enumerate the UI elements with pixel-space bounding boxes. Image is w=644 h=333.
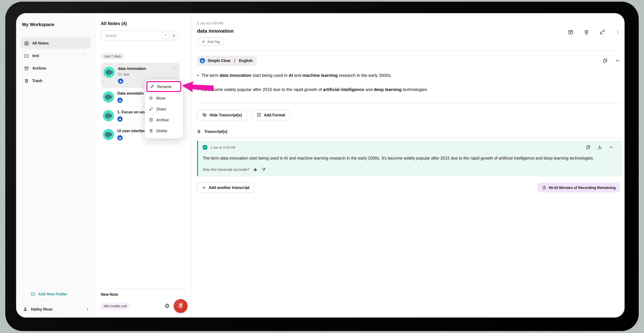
note-timestamp: 2 Jan at 3:45 PM bbox=[197, 21, 622, 25]
record-button[interactable] bbox=[174, 299, 188, 313]
liked-badge-icon bbox=[117, 98, 122, 103]
note-detail-panel: 2 Jan at 3:45 PM data innovation bbox=[191, 13, 624, 318]
thumbs-up-icon[interactable] bbox=[253, 167, 258, 172]
share-note-icon[interactable] bbox=[600, 29, 606, 35]
summary-bullet: • It's become widely popular after 2015 … bbox=[197, 86, 622, 92]
archive-icon bbox=[24, 66, 29, 71]
hide-transcripts-button[interactable]: Hide Transcript(s) bbox=[197, 110, 247, 120]
transcript-checkbox[interactable]: ✓ bbox=[203, 145, 207, 150]
trash-icon bbox=[149, 128, 153, 133]
recording-remaining-label: 59:42 Minutes of Recording Remaining bbox=[549, 186, 616, 190]
archive-down-icon bbox=[149, 118, 153, 122]
workspace-title: My Workspace bbox=[21, 22, 90, 27]
more-options-icon[interactable] bbox=[616, 30, 620, 34]
notes-panel: All Notes (4) ^ K Last 7 days data innov… bbox=[95, 13, 191, 318]
note-avatar bbox=[104, 66, 115, 78]
folder-icon bbox=[118, 72, 122, 76]
context-menu-move[interactable]: Move bbox=[146, 93, 181, 104]
copy-summary-icon[interactable] bbox=[602, 58, 608, 63]
note-context-menu: Rename Move Share Archive bbox=[145, 80, 183, 138]
notes-panel-title: All Notes (4) bbox=[101, 21, 180, 26]
feedback-question: Was this transcript accurate? bbox=[203, 168, 249, 172]
user-account-row[interactable]: Hailey Rose › bbox=[21, 305, 90, 312]
plus-icon bbox=[202, 186, 206, 190]
liked-badge-icon bbox=[117, 116, 122, 122]
sidebar-item-label: test bbox=[32, 54, 39, 58]
chevron-right-icon: › bbox=[87, 306, 88, 312]
liked-badge-icon bbox=[117, 135, 122, 140]
delete-note-icon[interactable] bbox=[584, 29, 589, 35]
summary-actions bbox=[602, 58, 620, 63]
context-menu-rename[interactable]: Rename bbox=[146, 81, 181, 92]
context-menu-archive[interactable]: Archive bbox=[146, 114, 181, 125]
folder-menu-icon[interactable] bbox=[83, 54, 87, 58]
sidebar-item-all-notes[interactable]: All Notes bbox=[21, 38, 90, 49]
add-another-transcript-button[interactable]: Add another transcript bbox=[197, 182, 254, 193]
download-transcript-icon[interactable] bbox=[597, 145, 602, 150]
context-menu-delete-label: Delete bbox=[156, 129, 167, 133]
folder-plus-icon bbox=[31, 292, 36, 296]
summary-style-chip[interactable]: Simple Clear | English bbox=[197, 56, 257, 66]
bullet-text: The term data innovation start being use… bbox=[201, 72, 392, 78]
notes-icon bbox=[24, 41, 29, 46]
transcript-actions-row: Hide Transcript(s) Add Format bbox=[197, 110, 622, 120]
summary-header-row: Simple Clear | English bbox=[197, 56, 622, 66]
chip-separator: | bbox=[234, 59, 235, 63]
settings-gear-icon[interactable]: ⚙ bbox=[164, 303, 170, 309]
add-new-folder-label: Add New Folder bbox=[38, 292, 67, 296]
transcript-timestamp: 2 Jan at 3:45 PM bbox=[210, 146, 235, 149]
note-avatar bbox=[103, 110, 114, 121]
date-section-label: Last 7 days bbox=[101, 53, 124, 59]
user-icon bbox=[23, 306, 28, 312]
context-menu-share[interactable]: Share bbox=[146, 104, 181, 114]
microphone-icon bbox=[177, 302, 184, 310]
waveform-icon bbox=[105, 112, 112, 119]
sidebar-item-test[interactable]: test bbox=[21, 50, 90, 61]
stopwatch-icon bbox=[542, 185, 546, 190]
note-avatar bbox=[103, 91, 114, 102]
bullet-text: It's become widely popular after 2015 du… bbox=[201, 86, 428, 92]
copy-transcript-icon[interactable] bbox=[586, 145, 590, 150]
add-format-button[interactable]: Add Format bbox=[252, 110, 290, 120]
sidebar-item-trash[interactable]: Trash bbox=[21, 75, 90, 86]
divider bbox=[197, 103, 622, 104]
bullet-dot: • bbox=[197, 72, 198, 78]
summary-bullet: • The term data innovation start being u… bbox=[197, 72, 622, 78]
share-icon bbox=[149, 107, 153, 111]
add-another-transcript-label: Add another transcript bbox=[208, 186, 250, 190]
note-actions bbox=[568, 29, 620, 35]
note-folder-tag: test bbox=[118, 72, 177, 76]
new-note-label: New Note bbox=[101, 292, 188, 296]
sidebar-item-archive[interactable]: Archive bbox=[21, 63, 90, 74]
note-folder-name: test bbox=[124, 72, 129, 76]
app-window: My Workspace All Notes test bbox=[16, 13, 624, 318]
summary-bullets: • The term data innovation start being u… bbox=[197, 72, 622, 100]
recording-remaining-badge: 59:42 Minutes of Recording Remaining bbox=[538, 183, 620, 192]
transcript-card: ✓ 2 Jan at 3:45 PM The term data innovat… bbox=[197, 141, 622, 176]
save-download-icon[interactable] bbox=[568, 29, 574, 35]
divider bbox=[22, 301, 90, 301]
note-menu-button[interactable] bbox=[172, 65, 178, 72]
folder-icon bbox=[24, 53, 29, 58]
transcript-feedback-row: Was this transcript accurate? bbox=[203, 167, 617, 172]
thumbs-up-badge-icon bbox=[200, 58, 205, 63]
add-tag-label: Add Tag bbox=[207, 40, 220, 44]
search-input[interactable] bbox=[104, 33, 160, 38]
summary-style-label: Simple Clear bbox=[208, 59, 230, 63]
context-menu-archive-label: Archive bbox=[156, 118, 169, 122]
collapse-transcript-icon[interactable] bbox=[609, 145, 613, 150]
add-format-label: Add Format bbox=[264, 113, 285, 117]
note-detail-title: data innovation bbox=[197, 28, 622, 34]
add-tag-button[interactable]: Add Tag bbox=[197, 38, 224, 46]
collapse-summary-icon[interactable] bbox=[615, 58, 620, 63]
transcript-footer-row: Add another transcript 59:42 Minutes of … bbox=[197, 182, 622, 193]
thumbs-down-icon[interactable] bbox=[261, 167, 266, 172]
context-menu-rename-label: Rename bbox=[157, 84, 172, 88]
plus-icon bbox=[202, 40, 205, 43]
note-title: data innovation bbox=[118, 66, 177, 70]
waveform-icon bbox=[105, 94, 112, 100]
add-new-folder-button[interactable]: Add New Folder bbox=[31, 292, 90, 296]
context-menu-delete[interactable]: Delete bbox=[146, 125, 181, 136]
divider bbox=[101, 289, 188, 289]
hide-transcripts-label: Hide Transcript(s) bbox=[210, 113, 242, 117]
